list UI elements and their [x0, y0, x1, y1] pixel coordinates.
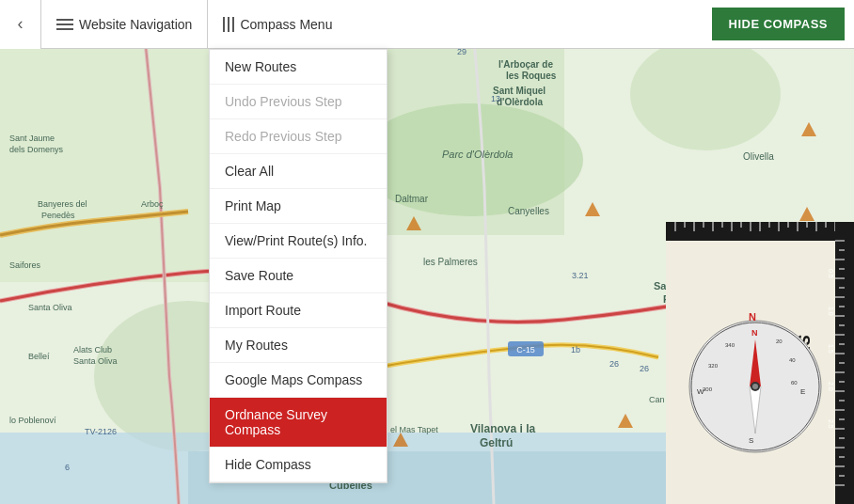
svg-text:340: 340 [725, 342, 735, 348]
svg-text:26: 26 [640, 364, 649, 373]
svg-point-5 [630, 38, 781, 150]
hide-compass-button[interactable]: HIDE COMPASS [712, 8, 845, 40]
svg-text:Saifores: Saifores [9, 260, 41, 270]
svg-text:lo Poblenoví: lo Poblenoví [9, 416, 56, 425]
svg-text:13: 13 [491, 94, 500, 103]
svg-text:Santa Oliva: Santa Oliva [28, 303, 72, 312]
menu-item-hide-compass[interactable]: Hide Compass [210, 448, 387, 482]
back-icon: ‹ [18, 14, 24, 34]
svg-text:Daltmar: Daltmar [395, 194, 429, 204]
menu-item-ordnance-survey-compass[interactable]: Ordnance Survey Compass [210, 398, 387, 448]
svg-text:60: 60 [791, 380, 798, 386]
menu-item-clear-all[interactable]: Clear All [210, 154, 387, 189]
website-nav-button[interactable]: Website Navigation [41, 0, 208, 49]
navbar: ‹ Website Navigation Compass Menu HIDE C… [0, 0, 854, 49]
back-button[interactable]: ‹ [0, 0, 41, 49]
menu-item-save-route[interactable]: Save Route [210, 259, 387, 293]
svg-text:3.21: 3.21 [572, 271, 589, 280]
svg-text:1.5: 1.5 [828, 344, 834, 354]
menu-item-print-map[interactable]: Print Map [210, 189, 387, 224]
menu-item-view-print-route-info[interactable]: View/Print Route(s) Info. [210, 224, 387, 259]
svg-point-3 [357, 103, 583, 216]
svg-text:el Mas Tapet: el Mas Tapet [390, 425, 438, 434]
svg-text:Vilanova i la: Vilanova i la [470, 422, 535, 435]
svg-text:dels Domenys: dels Domenys [9, 145, 64, 154]
svg-text:Alats Club: Alats Club [73, 345, 112, 354]
svg-text:Geltrú: Geltrú [480, 436, 513, 449]
menu-item-redo-previous-step: Redo Previous Step [210, 119, 387, 154]
svg-text:Sant Jaume: Sant Jaume [9, 134, 55, 143]
svg-text:d'Olèrdola: d'Olèrdola [497, 97, 543, 107]
menu-item-undo-previous-step: Undo Previous Step [210, 85, 387, 119]
svg-text:Belleí: Belleí [28, 352, 50, 361]
menu-bars-icon [223, 17, 234, 32]
svg-text:Canyelles: Canyelles [508, 206, 549, 216]
svg-text:S: S [749, 436, 753, 445]
svg-text:1b: 1b [571, 345, 580, 354]
menu-item-new-routes[interactable]: New Routes [210, 50, 387, 85]
svg-text:les Palmeres: les Palmeres [423, 257, 478, 267]
menu-item-google-maps-compass[interactable]: Google Maps Compass [210, 363, 387, 398]
website-nav-label: Website Navigation [79, 17, 192, 32]
svg-text:Olivella: Olivella [743, 151, 774, 162]
hamburger-icon [56, 19, 73, 30]
svg-text:C-15: C-15 [516, 345, 535, 354]
svg-text:320: 320 [708, 363, 719, 369]
compass-menu-button[interactable]: Compass Menu [208, 0, 711, 49]
svg-text:Arboç: Arboç [141, 199, 164, 209]
svg-text:l'Arboçar de: l'Arboçar de [498, 59, 553, 70]
svg-text:N: N [751, 328, 758, 338]
menu-item-my-routes[interactable]: My Routes [210, 328, 387, 363]
svg-text:40: 40 [789, 357, 796, 363]
dropdown-menu: New RoutesUndo Previous StepRedo Previou… [209, 49, 387, 483]
svg-text:26: 26 [609, 359, 619, 369]
svg-text:2.0: 2.0 [828, 382, 834, 391]
svg-text:Parc d'Olèrdola: Parc d'Olèrdola [442, 149, 513, 160]
svg-text:Penedès: Penedès [41, 211, 75, 220]
menu-item-import-route[interactable]: Import Route [210, 293, 387, 328]
svg-text:1.0: 1.0 [828, 307, 834, 316]
svg-text:6: 6 [65, 463, 70, 472]
compass-menu-label: Compass Menu [240, 17, 332, 32]
svg-text:Banyeres del: Banyeres del [38, 199, 87, 209]
svg-text:300: 300 [703, 386, 713, 392]
svg-text:TV-2126: TV-2126 [85, 427, 117, 436]
svg-text:E: E [800, 387, 805, 396]
compass-widget: SILVA 1:21 000 [666, 222, 854, 504]
svg-text:2.5: 2.5 [828, 419, 834, 429]
svg-text:0.5: 0.5 [828, 269, 834, 278]
svg-text:Sant Miquel: Sant Miquel [493, 86, 546, 96]
svg-text:Santa Oliva: Santa Oliva [73, 356, 118, 366]
svg-text:20: 20 [776, 339, 783, 344]
svg-point-127 [752, 384, 758, 389]
svg-text:W: W [697, 387, 704, 396]
svg-text:les Roques: les Roques [506, 71, 557, 81]
svg-text:N: N [749, 311, 756, 323]
